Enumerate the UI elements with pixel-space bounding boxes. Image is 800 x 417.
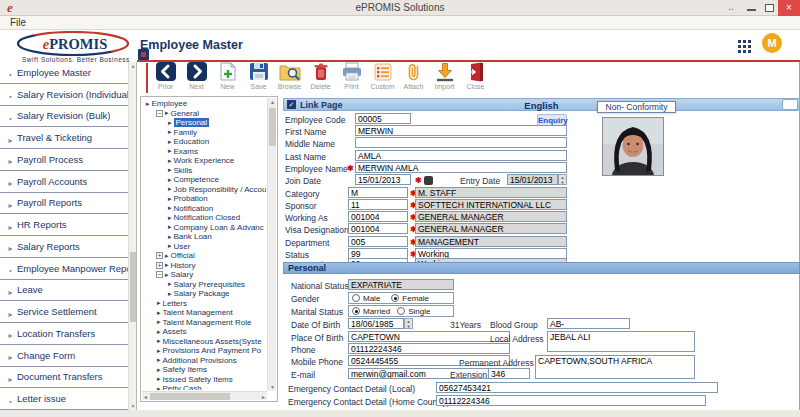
close-button[interactable]: Close xyxy=(462,62,489,90)
new-button[interactable]: New xyxy=(214,62,241,90)
tree-item[interactable]: Company Loan & Advanc xyxy=(143,223,266,233)
close-window-icon[interactable]: × xyxy=(778,0,800,16)
working-as-code-input[interactable]: 001004 xyxy=(348,211,408,222)
middle-name-input[interactable] xyxy=(355,137,567,148)
tree-item[interactable]: + Official xyxy=(143,251,266,261)
sidebar-item[interactable]: Document Transfers xyxy=(0,367,136,389)
sidebar-item[interactable]: HR Reports xyxy=(0,214,136,236)
local-address-input[interactable]: JEBAL ALI xyxy=(547,331,695,352)
place-of-birth-input[interactable]: CAPETOWN xyxy=(348,331,510,342)
sidebar-item[interactable]: Salary Reports xyxy=(0,236,136,258)
tree-item[interactable]: Family xyxy=(143,128,266,138)
non-conformity-button[interactable]: Non- Conformity xyxy=(597,101,676,113)
next-button[interactable]: Next xyxy=(183,62,210,90)
tree-vscroll-thumb[interactable] xyxy=(269,108,276,146)
date-of-birth-input[interactable]: 18/06/1985 xyxy=(348,318,404,329)
sidebar-item[interactable]: Location Transfers xyxy=(0,323,136,345)
scroll-up-icon[interactable]: ▲ xyxy=(129,63,137,69)
tree-item[interactable]: Petty Cash xyxy=(143,384,266,390)
extension-input[interactable]: 346 xyxy=(488,368,530,379)
options-dots-icon[interactable]: .. xyxy=(724,0,738,14)
tree-item[interactable]: Assets xyxy=(143,327,266,337)
print-button[interactable]: Print xyxy=(338,62,365,90)
sidebar-item[interactable]: Travel & Ticketing xyxy=(0,127,136,149)
custom-button[interactable]: Custom xyxy=(369,62,396,90)
tree-expander-icon[interactable]: − xyxy=(156,110,163,117)
sidebar-item[interactable]: Change Form xyxy=(0,345,136,367)
save-button[interactable]: Save xyxy=(245,62,272,90)
marital-single-radio[interactable] xyxy=(397,307,405,315)
prior-button[interactable]: Prior xyxy=(152,62,179,90)
tree-hscroll-thumb[interactable] xyxy=(150,393,230,400)
sponsor-code-input[interactable]: 11 xyxy=(348,199,408,210)
maximize-icon[interactable] xyxy=(765,4,774,12)
tree-item[interactable]: Job Responsibility / Accou xyxy=(143,185,266,195)
sidebar-item[interactable]: Salary Revision (Individual) xyxy=(0,84,136,106)
join-date-input[interactable]: 15/01/2013 xyxy=(355,174,411,185)
visa-designation-code-input[interactable]: 001004 xyxy=(348,223,408,234)
delete-button[interactable]: Delete xyxy=(307,62,334,90)
emergency-home-input[interactable]: 01112224346 xyxy=(436,395,706,406)
tree-item[interactable]: Additional Provisions xyxy=(143,356,266,366)
sidebar-item[interactable]: Letter issue xyxy=(0,388,136,410)
dob-spinner-icon[interactable] xyxy=(404,318,413,329)
blood-group-input[interactable]: AB- xyxy=(547,318,630,329)
tree-vertical-scrollbar[interactable]: ▲ ▼ xyxy=(267,98,276,391)
tree-item[interactable]: Miscellaneous Assets(Syste xyxy=(143,337,266,347)
tree-item[interactable]: Talent Management xyxy=(143,308,266,318)
menu-file[interactable]: File xyxy=(10,16,26,29)
sidebar-item[interactable]: Employee Master xyxy=(0,62,136,84)
sidebar-item[interactable]: Payroll Accounts xyxy=(0,171,136,193)
category-code-input[interactable]: M xyxy=(348,187,408,198)
panel-collapse-icon[interactable] xyxy=(138,49,149,60)
tree-item[interactable]: Probation xyxy=(143,194,266,204)
calendar-icon[interactable] xyxy=(424,176,433,185)
tree-item[interactable]: − General xyxy=(143,109,266,119)
tree-item[interactable]: Safety Items xyxy=(143,365,266,375)
scroll-left-icon[interactable]: ◄ xyxy=(143,393,148,401)
entry-date-input[interactable]: 15/01/2013 xyxy=(507,174,558,185)
browse-button[interactable]: Browse xyxy=(276,62,303,90)
tree-item[interactable]: Bank Loan xyxy=(143,232,266,242)
tree-item[interactable]: − Salary xyxy=(143,270,266,280)
tree-expander-icon[interactable]: + xyxy=(156,262,163,269)
date-spinner-icon[interactable] xyxy=(558,174,567,185)
tree-item[interactable]: Notification Closed xyxy=(143,213,266,223)
first-name-input[interactable]: MERWIN xyxy=(355,125,567,136)
last-name-input[interactable]: AMLA xyxy=(355,150,567,161)
sidebar-item[interactable]: Salary Revision (Bulk) xyxy=(0,106,136,128)
tree-item[interactable]: User xyxy=(143,242,266,252)
sidebar-item[interactable]: Payroll Reports xyxy=(0,193,136,215)
tree-item[interactable]: Salary Prerequisites xyxy=(143,280,266,290)
tree-expander-icon[interactable]: − xyxy=(156,271,163,278)
tree-horizontal-scrollbar[interactable]: ◄ ► xyxy=(142,391,267,400)
scroll-right-icon[interactable]: ► xyxy=(261,393,266,401)
sidebar-scroll-thumb[interactable] xyxy=(130,252,136,322)
department-code-input[interactable]: 005 xyxy=(348,236,408,247)
attach-button[interactable]: Attach xyxy=(400,62,427,90)
tree-item[interactable]: Education xyxy=(143,137,266,147)
tree-item[interactable]: Work Experience xyxy=(143,156,266,166)
user-avatar[interactable]: M xyxy=(762,33,782,53)
tree-item[interactable]: Salary Package xyxy=(143,289,266,299)
scroll-up-icon[interactable]: ▲ xyxy=(268,99,277,105)
employee-name-input[interactable]: MERWIN AMLA xyxy=(355,162,567,173)
tree-item[interactable]: Notification xyxy=(143,204,266,214)
link-page-checkbox[interactable] xyxy=(287,100,296,109)
sidebar-item[interactable]: Service Settlement xyxy=(0,301,136,323)
scroll-down-icon[interactable]: ▼ xyxy=(129,403,137,409)
tree-expander-icon[interactable]: + xyxy=(156,252,163,259)
minimize-icon[interactable] xyxy=(747,9,756,11)
marital-married-radio[interactable] xyxy=(352,307,360,315)
tree-item[interactable]: Employee xyxy=(143,99,266,109)
sidebar-scrollbar[interactable]: ▲ ▼ xyxy=(128,62,136,410)
emergency-local-input[interactable]: 05627453421 xyxy=(436,382,718,393)
permanent-address-input[interactable]: CAPETOWN,SOUTH AFRICA xyxy=(535,355,695,379)
tree-item[interactable]: Issued Safety Items xyxy=(143,375,266,385)
tree-item[interactable]: Talent Management Role xyxy=(143,318,266,328)
apps-grid-icon[interactable] xyxy=(738,39,751,57)
scroll-down-icon[interactable]: ▼ xyxy=(268,384,277,390)
tree-item[interactable]: Provisions And Payment Po xyxy=(143,346,266,356)
employee-code-input[interactable]: 00005 xyxy=(355,113,411,124)
tree-item[interactable]: Letters xyxy=(143,299,266,309)
